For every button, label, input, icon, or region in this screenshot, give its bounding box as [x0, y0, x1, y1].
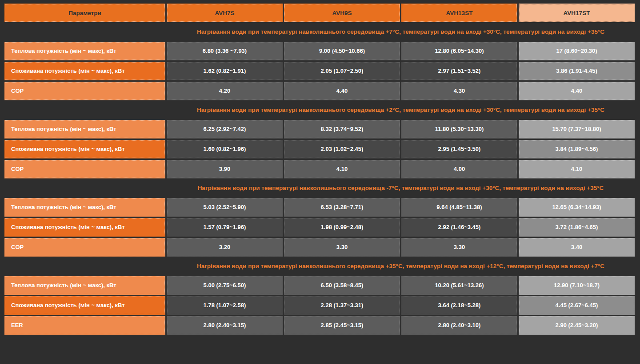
section-title-row: Нагрівання води при температурі навколиш…	[4, 258, 635, 275]
row-label: Теплова потужність (мін ~ макс), кВт	[4, 120, 165, 138]
value-cell: 2.97 (1.51~3.52)	[401, 62, 517, 80]
value-cell: 8.32 (3.74~9.52)	[284, 120, 400, 138]
value-cell: 2.92 (1.46~3.45)	[401, 218, 517, 237]
value-cell: 12.90 (7.10~18.7)	[519, 276, 635, 295]
value-cell: 4.20	[167, 82, 283, 100]
row-label: Теплова потужність (мін ~ макс), кВт	[4, 42, 165, 60]
table-row: Теплова потужність (мін ~ макс), кВт6.25…	[4, 120, 635, 138]
row-label: Споживана потужність (мін ~ макс), кВт	[4, 140, 165, 158]
value-cell: 2.90 (2.45~3.20)	[519, 316, 635, 335]
row-label: Теплова потужність (мін ~ макс), кВт	[4, 198, 165, 217]
value-cell: 12.65 (6.34~14.93)	[519, 198, 635, 217]
value-cell: 2.03 (1.02~2.45)	[284, 140, 400, 158]
table-row: Теплова потужність (мін ~ макс), кВт6.80…	[4, 42, 635, 60]
row-label: EER	[4, 316, 165, 335]
table-row: EER2.80 (2.40~3.15)2.85 (2.45~3.15)2.80 …	[4, 316, 635, 335]
value-cell: 9.00 (4.50~10.66)	[284, 42, 400, 60]
value-cell: 4.45 (2.67~6.45)	[519, 296, 635, 315]
value-cell: 3.30	[284, 238, 400, 257]
table-row: COP4.204.404.304.40	[4, 82, 635, 100]
column-header-avh9s: AVH9S	[284, 4, 400, 22]
value-cell: 2.28 (1.37~3.31)	[284, 296, 400, 315]
column-header-avh13st: AVH13ST	[401, 4, 517, 22]
column-header-avh17st: AVH17ST	[519, 4, 635, 22]
value-cell: 10.20 (5.61~13.26)	[401, 276, 517, 295]
section-title: Нагрівання води при температурі навколиш…	[167, 102, 635, 119]
value-cell: 11.80 (5.30~13.30)	[401, 120, 517, 138]
value-cell: 2.95 (1.45~3.50)	[401, 140, 517, 158]
table-row: Теплова потужність (мін ~ макс), кВт5.00…	[4, 276, 635, 295]
value-cell: 1.60 (0.82~1.96)	[167, 140, 283, 158]
value-cell: 3.20	[167, 238, 283, 257]
table-row: Споживана потужність (мін ~ макс), кВт1.…	[4, 140, 635, 158]
table-row: COP3.203.303.303.40	[4, 238, 635, 257]
section-title: Нагрівання води при температурі навколиш…	[167, 180, 635, 197]
value-cell: 12.80 (6.05~14.30)	[401, 42, 517, 60]
value-cell: 6.25 (2.92~7.42)	[167, 120, 283, 138]
value-cell: 2.05 (1.07~2.50)	[284, 62, 400, 80]
value-cell: 1.78 (1.07~2.58)	[167, 296, 283, 315]
value-cell: 3.64 (2.18~5.28)	[401, 296, 517, 315]
header-row: Параметри AVH7S AVH9S AVH13ST AVH17ST	[4, 4, 635, 22]
table-row: Споживана потужність (мін ~ макс), кВт1.…	[4, 296, 635, 315]
value-cell: 4.30	[401, 82, 517, 100]
specs-table: Параметри AVH7S AVH9S AVH13ST AVH17ST На…	[3, 2, 636, 336]
value-cell: 2.80 (2.40~3.15)	[167, 316, 283, 335]
value-cell: 17 (8.60~20.30)	[519, 42, 635, 60]
column-header-parameters: Параметри	[4, 4, 165, 22]
value-cell: 3.30	[401, 238, 517, 257]
row-label: COP	[4, 82, 165, 100]
section-title-row: Нагрівання води при температурі навколиш…	[4, 180, 635, 197]
table-row: Споживана потужність (мін ~ макс), кВт1.…	[4, 218, 635, 237]
section-title-spacer	[4, 258, 165, 275]
value-cell: 3.90	[167, 160, 283, 178]
value-cell: 2.80 (2.40~3.10)	[401, 316, 517, 335]
section-title-row: Нагрівання води при температурі навколиш…	[4, 24, 635, 40]
row-label: Теплова потужність (мін ~ макс), кВт	[4, 276, 165, 295]
value-cell: 6.50 (3.58~8.45)	[284, 276, 400, 295]
value-cell: 5.00 (2.75~6.50)	[167, 276, 283, 295]
section-title-spacer	[4, 24, 165, 40]
value-cell: 1.57 (0.79~1.96)	[167, 218, 283, 237]
section-title-spacer	[4, 180, 165, 197]
row-label: Споживана потужність (мін ~ макс), кВт	[4, 296, 165, 315]
section-title: Нагрівання води при температурі навколиш…	[167, 258, 635, 275]
value-cell: 3.86 (1.91-4.45)	[519, 62, 635, 80]
table-row: Теплова потужність (мін ~ макс), кВт5.03…	[4, 198, 635, 217]
value-cell: 5.03 (2.52~5.90)	[167, 198, 283, 217]
value-cell: 4.40	[284, 82, 400, 100]
value-cell: 6.80 (3.36 ~7.93)	[167, 42, 283, 60]
value-cell: 1.62 (0.82~1.91)	[167, 62, 283, 80]
section-title-spacer	[4, 102, 165, 119]
value-cell: 6.53 (3.28~7.71)	[284, 198, 400, 217]
value-cell: 9.64 (4.85~11.38)	[401, 198, 517, 217]
row-label: Споживана потужність (мін ~ макс), кВт	[4, 62, 165, 80]
row-label: COP	[4, 238, 165, 257]
row-label: Споживана потужність (мін ~ макс), кВт	[4, 218, 165, 237]
value-cell: 4.10	[519, 160, 635, 178]
value-cell: 3.84 (1.89~4.56)	[519, 140, 635, 158]
value-cell: 15.70 (7.37~18.80)	[519, 120, 635, 138]
column-header-avh7s: AVH7S	[167, 4, 283, 22]
section-title-row: Нагрівання води при температурі навколиш…	[4, 102, 635, 119]
value-cell: 4.10	[284, 160, 400, 178]
value-cell: 3.40	[519, 238, 635, 257]
table-row: COP3.904.104.004.10	[4, 160, 635, 178]
value-cell: 1.98 (0.99~2.48)	[284, 218, 400, 237]
section-title: Нагрівання води при температурі навколиш…	[167, 24, 635, 40]
table-body: Нагрівання води при температурі навколиш…	[4, 24, 635, 335]
value-cell: 4.00	[401, 160, 517, 178]
table-row: Споживана потужність (мін ~ макс), кВт1.…	[4, 62, 635, 80]
value-cell: 4.40	[519, 82, 635, 100]
value-cell: 2.85 (2.45~3.15)	[284, 316, 400, 335]
value-cell: 3.72 (1.86~4.65)	[519, 218, 635, 237]
row-label: COP	[4, 160, 165, 178]
